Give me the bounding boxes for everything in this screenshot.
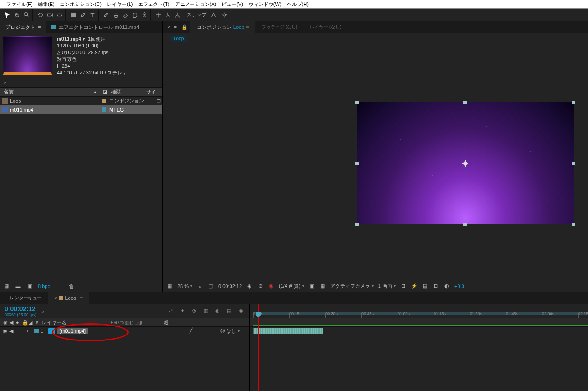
col-type[interactable]: 種類 [111, 88, 146, 95]
transform-handle[interactable] [572, 223, 575, 226]
camera-tool-icon[interactable] [46, 11, 54, 19]
quality-dropdown[interactable]: (1/4 画質) [279, 283, 304, 289]
tab-layer[interactable]: レイヤー (なし) [304, 21, 347, 33]
grid-icon[interactable]: ▢ [208, 283, 214, 289]
close-tab-icon[interactable]: × [54, 295, 57, 301]
layer-expand-icon[interactable] [27, 330, 30, 332]
col-num[interactable]: # [34, 320, 41, 325]
local-axis-icon[interactable] [154, 11, 162, 19]
text-tool-icon[interactable] [88, 11, 97, 19]
interpret-footage-icon[interactable]: ▦ [3, 283, 10, 290]
draft3d-icon[interactable]: ✦ [179, 307, 186, 315]
panel-menu-icon[interactable]: ≡ [172, 24, 178, 30]
snap-opt2-icon[interactable] [220, 11, 228, 19]
exposure-reset-icon[interactable]: ◐ [444, 283, 450, 289]
camera-dropdown[interactable]: アクティブカメラ [330, 283, 374, 289]
col-size[interactable]: サイ... [146, 88, 160, 95]
project-search[interactable]: ⌕ [0, 78, 162, 88]
new-comp-icon[interactable]: ▣ [26, 283, 33, 290]
view-axis-icon[interactable] [173, 11, 181, 19]
col-lock-icon[interactable]: 🔒 [21, 320, 27, 326]
hide-shy-icon[interactable]: ◔ [190, 307, 198, 315]
current-time-indicator[interactable] [258, 304, 259, 391]
menu-layer[interactable]: レイヤー(L) [104, 0, 135, 9]
menu-view[interactable]: ビュー(V) [219, 0, 246, 9]
transform-handle[interactable] [355, 223, 359, 226]
col-eye-icon[interactable]: ◉ [2, 320, 8, 326]
layer-name[interactable]: [m011.mp4] [57, 328, 88, 334]
transform-handle[interactable] [355, 162, 359, 165]
bpc-button[interactable]: 8 bpc [38, 284, 50, 289]
selection-tool-icon[interactable] [4, 11, 12, 19]
snap-opt1-icon[interactable] [209, 11, 218, 19]
tab-render-queue[interactable]: レンダーキュー [4, 292, 48, 304]
brush-tool-icon[interactable] [102, 11, 111, 19]
asset-thumbnail[interactable] [3, 36, 52, 75]
project-item-comp[interactable]: Loop コンポジション ⊟ [0, 97, 162, 105]
close-panel-icon[interactable]: × [166, 24, 172, 30]
tab-timeline-comp[interactable]: × Loop ≡ [48, 292, 89, 304]
transform-handle[interactable] [355, 101, 359, 104]
hand-tool-icon[interactable] [13, 11, 21, 19]
menu-file[interactable]: ファイル(F) [4, 0, 35, 9]
col-layername[interactable]: レイヤー名 [41, 319, 108, 326]
transparency-icon[interactable]: ▦ [319, 283, 326, 289]
magnification-icon[interactable]: ▦ [167, 283, 173, 289]
tab-effect-controls[interactable]: エフェクトコントロール m011.mp4 [46, 21, 144, 33]
layer-label-swatch[interactable] [34, 329, 39, 333]
time-ruler[interactable]: 0:00s00:15s00:30s00:45s01:00s01:15s01:30… [250, 304, 588, 318]
layer-quality-icon[interactable]: ╱ [189, 328, 194, 335]
trash-icon[interactable]: 🗑 [68, 283, 75, 290]
transform-handle[interactable] [463, 223, 467, 226]
snapshot-icon[interactable]: ◉ [246, 283, 253, 289]
menu-window[interactable]: ウィンドウ(W) [246, 0, 284, 9]
menu-composition[interactable]: コンポジション(C) [57, 0, 104, 9]
breadcrumb-item[interactable]: Loop [170, 35, 187, 42]
new-folder-icon[interactable]: ▬ [14, 283, 22, 290]
timeline-layer-1[interactable]: ◉ ◀ 1 [m011.mp4] ╱ @ なし [0, 327, 249, 335]
lock-icon[interactable]: 🔒 [179, 24, 190, 30]
current-time[interactable]: 0:00:02:12 [218, 284, 242, 289]
menu-effect[interactable]: エフェクト(T) [135, 0, 172, 9]
tab-footage[interactable]: フッテージ (なし) [255, 21, 304, 33]
tab-project[interactable]: プロジェクト≡ [0, 21, 46, 33]
panel-menu-icon[interactable]: ≡ [38, 24, 41, 30]
layer-clip[interactable] [253, 328, 323, 334]
col-sort-icon[interactable]: ▴ [94, 89, 103, 95]
channel-icon[interactable]: ⊘ [257, 283, 264, 289]
menu-edit[interactable]: 編集(E) [35, 0, 57, 9]
composition-viewer[interactable] [163, 44, 588, 280]
transform-handle[interactable] [463, 101, 467, 104]
col-parent[interactable]: 親 [162, 319, 181, 326]
clone-stamp-tool-icon[interactable] [112, 11, 120, 19]
fast-preview-icon[interactable]: ⚡ [411, 283, 417, 289]
roto-tool-icon[interactable] [131, 11, 139, 19]
graph-editor-icon[interactable]: ▤ [226, 307, 233, 315]
comp-canvas[interactable] [357, 102, 574, 224]
pixel-aspect-icon[interactable]: ⊞ [400, 283, 407, 289]
brainstorm-icon[interactable]: ◉ [237, 307, 245, 315]
timeline-icon[interactable]: ▤ [422, 283, 428, 289]
col-audio-icon[interactable]: ◀ [8, 320, 14, 326]
timeline-search-icon[interactable]: ⌕ [41, 308, 44, 314]
snap-label[interactable]: スナップ [187, 11, 207, 18]
zoom-dropdown[interactable]: 25 % [177, 284, 192, 289]
pen-tool-icon[interactable] [79, 11, 87, 19]
views-dropdown[interactable]: 1 画面 [378, 283, 396, 289]
anchor-point-icon[interactable] [462, 160, 468, 167]
world-axis-icon[interactable] [164, 11, 172, 19]
transform-handle[interactable] [572, 162, 575, 165]
col-name[interactable]: 名前 [4, 88, 94, 95]
layer-audio-icon[interactable]: ◀ [8, 328, 14, 334]
timecode[interactable]: 0:00:02:12 [5, 305, 37, 312]
layer-eye-icon[interactable]: ◉ [2, 328, 8, 334]
rotation-tool-icon[interactable] [37, 11, 45, 19]
frame-blend-icon[interactable]: ▥ [202, 307, 209, 315]
pan-behind-tool-icon[interactable] [56, 11, 64, 19]
transform-handle[interactable] [572, 101, 575, 104]
pickwhip-icon[interactable]: @ [220, 328, 225, 335]
comp-mini-flow-icon[interactable]: ⇄ [167, 307, 174, 315]
color-mgmt-icon[interactable]: ◉ [268, 283, 274, 289]
layer-track-1[interactable] [250, 327, 588, 335]
search-input[interactable] [7, 80, 159, 85]
